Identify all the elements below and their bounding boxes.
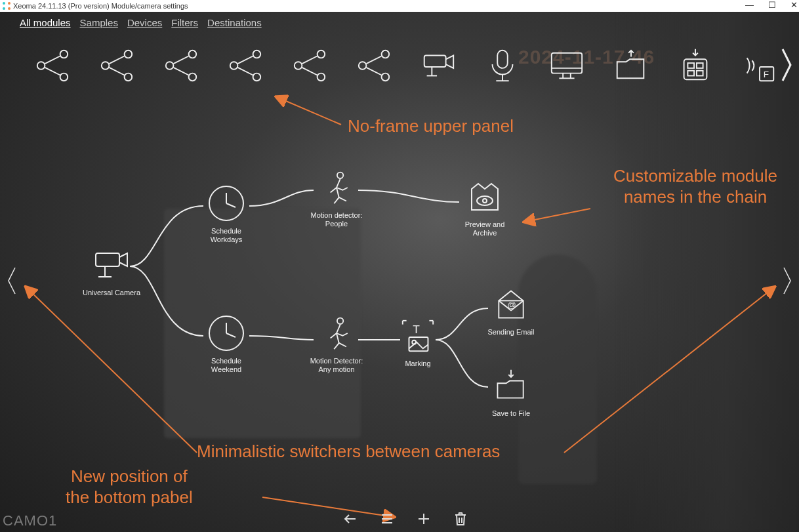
module-template-2-icon[interactable] [94,43,139,88]
close-button[interactable]: ✕ [790,0,798,10]
annotation-switchers: Minimalistic switchers between cameras [197,441,500,462]
module-label: Schedule Weekend [197,357,256,374]
module-schedule-workdays[interactable]: Schedule Workdays [197,181,256,244]
running-person-icon [314,311,359,356]
svg-line-69 [277,97,341,125]
svg-line-29 [366,68,381,75]
module-schedule-weekend[interactable]: Schedule Weekend [197,311,256,374]
module-label: Schedule Workdays [197,227,256,244]
camera-name-label: CAMO1 [3,512,57,529]
add-button[interactable] [415,510,433,528]
svg-point-21 [295,62,302,70]
svg-point-60 [337,318,343,324]
signal-module-icon[interactable]: F [737,43,782,88]
svg-line-4 [45,68,60,75]
svg-point-0 [60,51,68,58]
marking-icon: T [396,314,440,358]
svg-point-16 [230,62,238,70]
svg-line-18 [237,56,253,64]
svg-point-6 [102,62,110,70]
back-button[interactable] [341,510,359,528]
svg-text:T: T [413,323,420,336]
svg-point-59 [337,173,343,178]
grid-import-icon[interactable] [673,43,718,88]
window-title-bar: Xeoma 24.11.13 (Pro version) Module/came… [0,0,799,12]
module-label: Universal Camera [82,289,141,297]
svg-line-28 [366,56,381,64]
module-template-3-icon[interactable] [159,43,203,88]
minimize-button[interactable]: — [745,0,754,10]
microphone-module-icon[interactable] [480,43,525,88]
clock-icon [204,181,249,226]
svg-point-2 [60,73,68,81]
tab-all-modules[interactable]: All modules [20,17,71,28]
delete-button[interactable] [451,510,470,528]
module-template-4-icon[interactable] [223,43,268,88]
svg-line-8 [109,56,124,64]
svg-line-70 [525,209,590,222]
module-label: Motion Detector: Any motion [307,357,366,374]
svg-point-25 [382,51,390,58]
svg-text:F: F [764,70,769,79]
tab-destinations[interactable]: Destinations [207,17,262,28]
email-icon: @ [489,282,533,327]
svg-point-26 [359,62,367,70]
svg-line-14 [173,68,188,75]
svg-point-62 [483,199,487,203]
module-label: Motion detector: People [307,211,366,228]
svg-point-1 [37,62,45,70]
svg-point-15 [253,51,261,58]
next-camera-chevron[interactable] [779,261,795,300]
palette-scroll-right[interactable] [777,42,796,88]
menu-button[interactable] [378,510,396,528]
prev-camera-chevron[interactable] [4,261,20,300]
folder-export-icon[interactable] [609,43,653,88]
bottom-toolbar [341,510,470,528]
screen-module-icon[interactable] [544,43,589,88]
svg-point-27 [382,73,390,81]
svg-rect-46 [687,71,694,76]
module-template-1-icon[interactable] [30,43,75,88]
module-save-to-file[interactable]: Save to File [481,363,541,418]
running-person-icon [314,165,359,210]
module-motion-any[interactable]: Motion Detector: Any motion [307,311,366,374]
svg-rect-44 [687,63,694,68]
module-template-6-icon[interactable] [352,43,396,88]
module-motion-people[interactable]: Motion detector: People [307,165,366,228]
svg-line-24 [302,68,317,75]
svg-line-23 [302,56,317,64]
svg-line-58 [226,333,236,337]
svg-point-11 [166,62,174,70]
module-palette: F [30,43,782,88]
module-sending-email[interactable]: @ Sending Email [481,282,541,337]
module-label: Preview and Archive [455,220,514,237]
svg-rect-30 [424,56,446,67]
svg-rect-36 [552,53,582,73]
archive-eye-icon [462,174,507,219]
annotation-upper-panel: No-frame upper panel [348,115,514,136]
svg-point-17 [253,73,261,81]
module-universal-camera[interactable]: Universal Camera [82,243,141,297]
svg-rect-33 [497,51,507,68]
window-title: Xeoma 24.11.13 (Pro version) Module/came… [13,2,188,10]
tab-devices[interactable]: Devices [127,17,162,28]
module-label: Marking [388,359,447,368]
module-preview-archive[interactable]: Preview and Archive [455,174,514,237]
module-marking[interactable]: T Marking [388,314,447,368]
svg-line-3 [45,56,60,64]
camera-module-icon[interactable] [416,43,461,88]
tab-samples[interactable]: Samples [80,17,118,28]
svg-point-10 [189,51,197,58]
tab-filters[interactable]: Filters [171,17,198,28]
svg-rect-47 [697,71,703,76]
svg-point-61 [477,196,493,205]
svg-line-19 [237,68,253,75]
svg-rect-50 [96,253,119,266]
svg-point-12 [189,73,197,81]
maximize-button[interactable]: ☐ [768,0,776,10]
module-label: Sending Email [481,328,541,337]
svg-text:@: @ [507,300,516,310]
module-label: Save to File [481,409,541,418]
module-template-5-icon[interactable] [287,43,332,88]
clock-icon [204,311,249,356]
